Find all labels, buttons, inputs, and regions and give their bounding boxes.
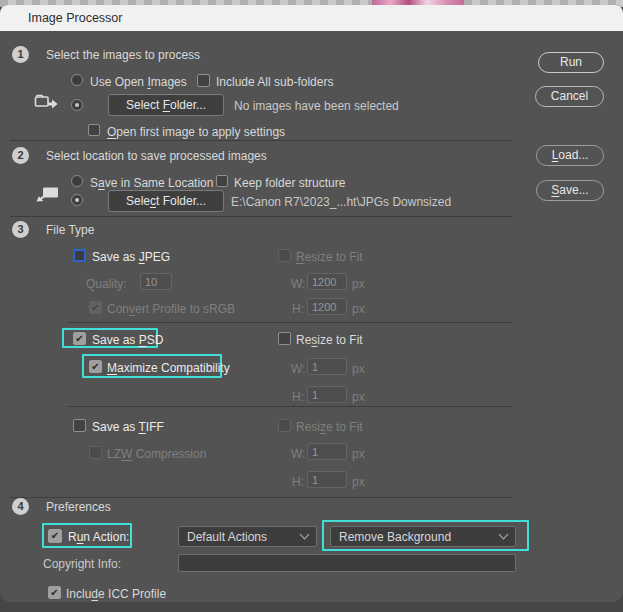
keep-folder-structure-label: Keep folder structure	[234, 176, 345, 190]
label-part: Sele	[126, 194, 150, 208]
check-icon: ✔	[74, 332, 85, 345]
label-part: n Action:	[83, 530, 129, 544]
image-processor-dialog-screenshot: Image Processor Run Cancel Load... Save.…	[0, 0, 623, 612]
label-part: T	[138, 420, 145, 434]
label-part: Con	[107, 302, 129, 316]
run-action-checkbox[interactable]: ✔	[48, 529, 62, 543]
chevron-down-icon	[300, 530, 310, 540]
label-part: W	[121, 447, 132, 461]
action-dropdown[interactable]: Remove Background	[330, 526, 516, 547]
keep-folder-structure-checkbox[interactable]	[216, 175, 228, 187]
label-part: IFF	[146, 420, 164, 434]
label-part: Select	[126, 98, 163, 112]
save-as-psd-checkbox[interactable]: ✔	[73, 332, 86, 345]
maximize-compatibility-label: Maximize Compatibility	[107, 361, 230, 375]
dialog-title: Image Processor	[28, 11, 122, 25]
label-part: t Folder...	[156, 194, 206, 208]
run-action-label: Run Action:	[68, 530, 129, 544]
tiff-width-label: W:	[291, 447, 305, 461]
label-part: Use Open	[90, 75, 147, 89]
source-status-text: No images have been selected	[234, 99, 399, 113]
destination-folder-radio[interactable]	[71, 194, 83, 206]
action-set-dropdown[interactable]: Default Actions	[178, 526, 317, 547]
action-set-selected-value: Default Actions	[187, 530, 267, 544]
label-part: ave...	[559, 183, 588, 197]
jpeg-height-label: H:	[292, 302, 304, 316]
section-2-number: 2	[12, 147, 29, 164]
label-part: Run	[560, 55, 582, 69]
copyright-info-input[interactable]	[178, 554, 516, 572]
label-part: M	[107, 361, 117, 375]
copyright-info-label: Copyright Info:	[43, 557, 121, 571]
label-part: pen first image to apply settings	[116, 125, 285, 139]
dialog-titlebar[interactable]: Image Processor	[0, 5, 623, 31]
radio-dot	[75, 103, 79, 107]
tiff-height-unit: px	[352, 475, 365, 489]
tiff-resize-checkbox	[278, 419, 291, 432]
label-part: esize to Fit	[305, 250, 363, 264]
open-first-image-checkbox[interactable]	[88, 124, 100, 136]
include-subfolders-checkbox[interactable]	[197, 74, 210, 87]
tiff-height-label: H:	[292, 475, 304, 489]
save-as-tiff-checkbox[interactable]	[73, 419, 86, 432]
open-first-image-label: Open first image to apply settings	[107, 125, 285, 139]
label-part: PEG	[145, 250, 170, 264]
use-open-images-radio[interactable]	[71, 74, 83, 86]
chevron-down-icon	[499, 530, 509, 540]
tiff-width-input	[307, 443, 347, 460]
load-button[interactable]: Load...	[536, 145, 604, 166]
quality-input	[140, 273, 172, 290]
label-part: Re	[296, 333, 311, 347]
label-part: O	[107, 125, 116, 139]
label-part: Save as	[92, 420, 138, 434]
psd-width-unit: px	[352, 362, 365, 376]
source-folder-radio[interactable]	[71, 99, 83, 111]
run-button[interactable]: Run	[538, 52, 604, 73]
tiff-resize-label: Resize to Fit	[296, 420, 363, 434]
radio-dot	[75, 198, 79, 202]
lzw-compression-label: LZW Compression	[107, 447, 206, 461]
section-1-title: Select the images to process	[46, 48, 200, 62]
label-part: Keep folder structure	[234, 176, 345, 190]
save-as-jpeg-label: Save as JPEG	[92, 250, 170, 264]
jpeg-width-input	[307, 273, 347, 290]
include-subfolders-label: Include All sub-folders	[216, 75, 333, 89]
cancel-button[interactable]: Cancel	[535, 86, 604, 107]
label-part: R	[296, 250, 305, 264]
include-icc-profile-checkbox[interactable]: ✔	[48, 586, 61, 599]
quality-label: Quality:	[86, 277, 127, 291]
save-in-same-location-radio[interactable]	[71, 175, 83, 187]
section-1-number: 1	[12, 46, 29, 63]
label-part: older...	[170, 98, 206, 112]
label-part: mages	[151, 75, 187, 89]
check-icon: ✔	[49, 529, 61, 543]
label-part: Include All sub-folders	[216, 75, 333, 89]
lzw-compression-checkbox	[89, 446, 102, 459]
select-destination-folder-button[interactable]: Select Folder...	[108, 190, 224, 212]
save-button[interactable]: Save...	[536, 180, 604, 201]
save-as-jpeg-checkbox[interactable]	[73, 249, 86, 262]
psd-resize-checkbox[interactable]	[278, 332, 291, 345]
jpeg-resize-label: Resize to Fit	[296, 250, 363, 264]
label-part: a	[98, 176, 105, 190]
convert-srgb-label: Convert Profile to sRGB	[107, 302, 235, 316]
label-part: e ICC Profile	[98, 587, 166, 601]
jpeg-height-input	[307, 298, 347, 315]
label-part: ert Profile to sRGB	[135, 302, 235, 316]
source-folder-icon	[34, 92, 60, 112]
label-part: S	[90, 176, 98, 190]
jpeg-resize-checkbox	[278, 249, 291, 262]
label-part: SD	[147, 333, 164, 347]
label-part: ve in Same Location	[105, 176, 214, 190]
section-2-title: Select location to save processed images	[46, 149, 267, 163]
section-4-number: 4	[12, 498, 29, 515]
check-icon: ✔	[49, 586, 60, 599]
label-part: Save as	[92, 250, 139, 264]
filetype-divider	[67, 322, 512, 323]
label-part: oad...	[558, 148, 588, 162]
action-selected-value: Remove Background	[339, 530, 451, 544]
maximize-compatibility-checkbox[interactable]: ✔	[89, 360, 102, 373]
check-icon: ✔	[90, 301, 101, 314]
save-as-tiff-label: Save as TIFF	[92, 420, 164, 434]
select-source-folder-button[interactable]: Select Folder...	[108, 94, 224, 116]
